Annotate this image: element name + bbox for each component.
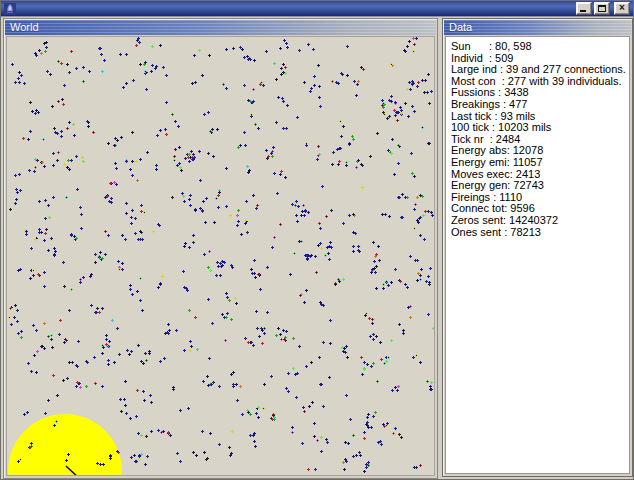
app-window: × World Data Sun : 80, 598Individ : 509L… <box>0 0 634 480</box>
data-statistic-line: Breakings : 477 <box>451 99 629 111</box>
data-frame-titlebar[interactable]: Data <box>444 20 631 35</box>
close-button[interactable]: × <box>614 2 630 15</box>
window-titlebar[interactable]: × <box>1 1 633 17</box>
maximize-icon <box>598 5 606 12</box>
data-statistic-line: Energy gen: 72743 <box>451 180 629 192</box>
data-statistics-list: Sun : 80, 598Individ : 509Large ind : 39… <box>445 36 630 474</box>
data-statistic-line: 100 tick : 10203 mils <box>451 122 629 134</box>
data-statistic-line: Sun : 80, 598 <box>451 41 629 53</box>
data-statistic-line: Zeros sent: 14240372 <box>451 215 629 227</box>
world-frame: World <box>3 18 438 479</box>
data-statistic-line: Ones sent : 78213 <box>451 227 629 239</box>
world-view[interactable] <box>6 36 435 476</box>
maximize-button[interactable] <box>594 2 610 15</box>
world-canvas[interactable] <box>7 37 434 475</box>
world-frame-titlebar[interactable]: World <box>5 20 436 35</box>
java-app-icon <box>4 3 16 15</box>
minimize-button[interactable] <box>576 2 592 15</box>
close-icon: × <box>619 3 625 13</box>
data-frame: Data Sun : 80, 598Individ : 509Large ind… <box>442 18 633 477</box>
data-statistic-line: Energy emi: 11057 <box>451 157 629 169</box>
minimize-icon <box>580 10 586 12</box>
